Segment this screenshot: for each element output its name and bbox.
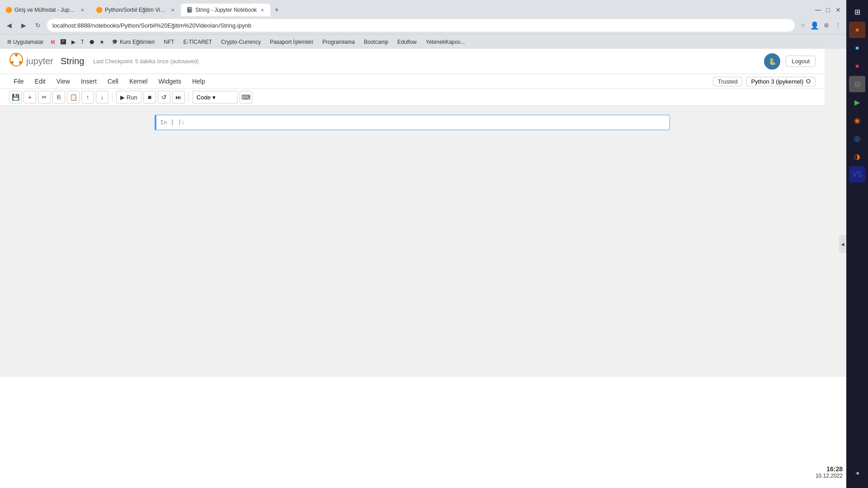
menu-file[interactable]: File	[9, 76, 28, 87]
tab-close-1[interactable]: ✕	[80, 7, 85, 14]
bookmark-various2[interactable]: ▶	[70, 38, 77, 46]
menu-widgets[interactable]: Widgets	[154, 76, 186, 87]
bookmark-pasaport[interactable]: Pasaport İşlemleri	[266, 38, 317, 46]
bookmark-programlama[interactable]: Programlama	[319, 38, 359, 46]
bookmark-eduflow[interactable]: Eduflow	[394, 38, 420, 46]
tab-3[interactable]: 📓 String - Jupyter Notebook ✕	[181, 4, 270, 16]
save-button[interactable]: 💾	[9, 91, 22, 103]
notebook-name[interactable]: String	[61, 56, 84, 66]
menu-insert[interactable]: Insert	[76, 76, 101, 87]
tab-close-3[interactable]: ✕	[259, 7, 265, 14]
tab-favicon-2: 🟠	[96, 7, 102, 13]
menu-kernel[interactable]: Kernel	[125, 76, 152, 87]
toolbar-sep-1	[112, 93, 113, 102]
address-bar-icons: ☆ 👤 ⊞ ⋮	[798, 21, 843, 30]
cell-type-label: Code	[197, 94, 211, 101]
run-button[interactable]: ▶ Run	[116, 91, 142, 103]
address-input[interactable]	[47, 19, 795, 32]
address-bar-row: ◀ ▶ ↻ ☆ 👤 ⊞ ⋮	[0, 16, 846, 34]
bookmark-kurs[interactable]: 🎓 Kurs Eğitimleri	[108, 38, 158, 46]
kernel-info[interactable]: Python 3 (ipykernel)	[746, 77, 816, 86]
cut-cell-button[interactable]: ✂	[38, 91, 51, 103]
bookmark-eticaret[interactable]: E-TİCARET	[180, 38, 216, 46]
kurs-bm-icon: 🎓	[112, 39, 118, 45]
ext-icon-2[interactable]: ●	[849, 22, 865, 38]
bookmarks-bar: ⊞ Uygulamalar M 🅿 ▶ T ⬣ ★ 🎓 Kurs Eğitiml…	[0, 34, 846, 49]
bookmark-nft[interactable]: NFT	[160, 38, 178, 46]
keyboard-shortcuts-button[interactable]: ⌨	[240, 91, 252, 103]
cell-input-1[interactable]	[191, 117, 666, 128]
menu-help[interactable]: Help	[188, 76, 210, 87]
paste-cell-button[interactable]: 📋	[67, 91, 80, 103]
bookmark-various3[interactable]: T	[79, 38, 86, 46]
forward-button[interactable]: ▶	[18, 20, 29, 31]
menu-view[interactable]: View	[52, 76, 75, 87]
ext-icon-5[interactable]: ⊟	[849, 76, 865, 92]
ext-icon-3[interactable]: ●	[849, 40, 865, 56]
time-display: 16:28 10.12.2022	[816, 465, 843, 479]
ext-icon-bottom-1[interactable]: ◀	[849, 465, 865, 481]
cell-label-1: In [ ]:	[160, 117, 187, 127]
bookmark-crypto[interactable]: Crypto-Currency	[217, 38, 264, 46]
toolbar: 💾 + ✂ ⎘ 📋 ↑ ↓ ▶ Run ■ ↺ ⏭ Code ▾ ⌨	[0, 89, 825, 106]
ext-icon-1[interactable]: ⊞	[849, 4, 865, 20]
ext-icon-8[interactable]: ◎	[849, 130, 865, 146]
logout-button[interactable]: Logout	[786, 56, 816, 67]
close-button[interactable]: ✕	[834, 6, 843, 14]
code-cell-1: In [ ]:	[155, 115, 670, 130]
back-button[interactable]: ◀	[4, 20, 14, 31]
bookmark-various5[interactable]: ★	[98, 38, 106, 46]
minimize-button[interactable]: ─	[813, 5, 823, 15]
ext-icon-10[interactable]: VS	[849, 166, 865, 183]
date: 10.12.2022	[816, 473, 843, 479]
move-down-button[interactable]: ↓	[96, 91, 108, 103]
apps-bm-icon: ⊞	[7, 39, 11, 45]
restart-run-button[interactable]: ⏭	[172, 91, 185, 103]
settings-icon[interactable]: ⋮	[834, 21, 843, 30]
ext-icon-6[interactable]: ▶	[849, 94, 865, 110]
interrupt-button[interactable]: ■	[143, 91, 156, 103]
trusted-badge[interactable]: Trusted	[713, 77, 743, 86]
bookmark-gmail[interactable]: M	[49, 38, 57, 46]
tab-1[interactable]: 🟠 Giriş ve Müfredat - Jupyter Note... ✕	[0, 4, 90, 16]
extensions-icon[interactable]: ⊞	[822, 21, 831, 30]
restart-button[interactable]: ↺	[158, 91, 170, 103]
menu-edit[interactable]: Edit	[30, 76, 50, 87]
profile-icon[interactable]: 👤	[810, 21, 819, 30]
bookmark-bootcamp[interactable]: Bootcamp	[360, 38, 392, 46]
jupyter-header-right: 🐍 Logout	[764, 53, 825, 70]
move-up-button[interactable]: ↑	[81, 91, 94, 103]
cell-inner-1[interactable]: In [ ]:	[156, 115, 670, 130]
tab-2[interactable]: 🟠 Python/Sorbil Eğitim Videoları/ ✕	[90, 4, 181, 16]
copy-cell-button[interactable]: ⎘	[52, 91, 65, 103]
tab-close-2[interactable]: ✕	[170, 7, 175, 14]
python-icon: 🐍	[764, 53, 780, 70]
cell-type-dropdown[interactable]: Code ▾	[193, 91, 238, 103]
bm-icon-2: ▶	[71, 39, 75, 45]
add-cell-button[interactable]: +	[24, 91, 36, 103]
reload-button[interactable]: ↻	[33, 20, 43, 31]
gmail-icon: M	[51, 39, 55, 45]
ext-icon-9[interactable]: ◑	[849, 148, 865, 164]
bookmark-apps[interactable]: ⊞ Uygulamalar	[4, 38, 47, 46]
tab-title-1: Giriş ve Müfredat - Jupyter Note...	[14, 7, 77, 13]
jupyter-logo[interactable]: jupyter	[9, 52, 53, 70]
cell-container: In [ ]:	[155, 115, 670, 130]
menu-bar-right: Trusted Python 3 (ipykernel)	[713, 77, 816, 86]
sidebar-collapse-arrow[interactable]: ◀	[839, 235, 846, 253]
bookmark-various1[interactable]: 🅿	[59, 38, 68, 46]
run-icon: ▶	[120, 94, 125, 101]
ext-icon-4[interactable]: ●	[849, 58, 865, 74]
bookmark-icon[interactable]: ☆	[798, 21, 807, 30]
dropdown-arrow: ▾	[212, 94, 216, 101]
maximize-button[interactable]: □	[825, 6, 832, 14]
menu-cell[interactable]: Cell	[103, 76, 123, 87]
bookmark-various4[interactable]: ⬣	[88, 38, 96, 46]
ext-icon-7[interactable]: ◉	[849, 112, 865, 128]
kernel-status-dot	[806, 79, 811, 84]
jupyter-header: jupyter String Last Checkpoint: 5 dakika…	[0, 49, 825, 74]
tab-bar: 🟠 Giriş ve Müfredat - Jupyter Note... ✕ …	[0, 0, 846, 16]
jupyter-logo-text: jupyter	[26, 56, 53, 66]
new-tab-button[interactable]: +	[270, 4, 283, 16]
bookmark-yetenek[interactable]: YetenekKapısı...	[422, 38, 469, 46]
